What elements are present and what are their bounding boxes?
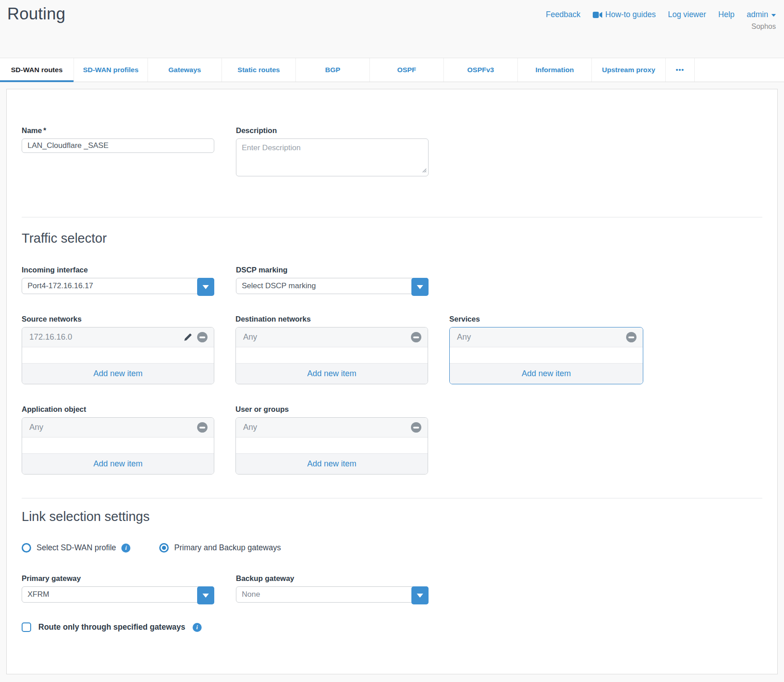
log-viewer-link[interactable]: Log viewer — [668, 10, 706, 19]
empty-list-area — [22, 438, 214, 453]
backup-gateway-value: None — [242, 590, 260, 599]
tab-sd-wan-routes[interactable]: SD-WAN routes — [0, 58, 74, 82]
chevron-down-icon[interactable] — [411, 586, 429, 604]
empty-list-area — [22, 347, 214, 363]
incoming-interface-select[interactable]: Port4-172.16.16.17 — [22, 278, 214, 294]
application-object-label: Application object — [22, 405, 214, 414]
remove-minus-icon[interactable] — [197, 422, 208, 433]
info-icon[interactable]: i — [193, 623, 202, 632]
remove-minus-icon[interactable] — [411, 422, 421, 433]
how-to-guides-link[interactable]: How-to guides — [593, 10, 656, 19]
edit-pencil-icon[interactable] — [183, 332, 193, 342]
chevron-down-icon[interactable] — [197, 586, 214, 604]
help-link[interactable]: Help — [718, 10, 734, 19]
dscp-marking-select[interactable]: Select DSCP marking — [236, 278, 429, 294]
incoming-interface-field-group: Incoming interface Port4-172.16.16.17 — [22, 266, 214, 294]
empty-list-area — [236, 438, 428, 453]
header-links: FeedbackHow-to guidesLog viewerHelpadmin — [546, 10, 776, 19]
application-object-add-new-item-link[interactable]: Add new item — [93, 459, 143, 469]
link-selection-heading: Link selection settings — [22, 509, 762, 524]
select-sd-wan-profile-option: Select SD-WAN profilei — [22, 543, 130, 553]
traffic-selector-heading: Traffic selector — [22, 231, 762, 246]
admin-menu[interactable]: admin — [747, 10, 776, 19]
select-sd-wan-profile-radio[interactable] — [22, 543, 31, 553]
add-row: Add new item — [236, 453, 428, 474]
list-item-value: 172.16.16.0 — [29, 332, 183, 342]
chevron-down-icon[interactable] — [411, 278, 429, 296]
link-selection-radios: Select SD-WAN profileiPrimary and Backup… — [22, 543, 762, 553]
feedback-link-label: Feedback — [546, 10, 581, 19]
feedback-link[interactable]: Feedback — [546, 10, 581, 19]
name-label: Name* — [22, 126, 214, 135]
user-or-groups-add-new-item-link[interactable]: Add new item — [307, 459, 356, 469]
list-item-actions — [411, 422, 421, 433]
tab-information[interactable]: Information — [518, 58, 592, 82]
remove-minus-icon[interactable] — [626, 332, 636, 342]
routing-tabbar: SD-WAN routesSD-WAN profilesGatewaysStat… — [0, 58, 784, 82]
chevron-down-icon[interactable] — [197, 278, 214, 296]
services-field-group: ServicesAnyAdd new item — [449, 315, 643, 384]
services-add-new-item-link[interactable]: Add new item — [521, 369, 571, 378]
destination-networks-field-group: Destination networksAnyAdd new item — [235, 315, 428, 384]
remove-minus-icon[interactable] — [411, 332, 421, 342]
user-or-groups-box: AnyAdd new item — [235, 417, 428, 475]
video-camera-icon — [593, 12, 602, 18]
empty-list-area — [450, 347, 643, 363]
routing-page: Routing FeedbackHow-to guidesLog viewerH… — [0, 0, 784, 682]
tab-more[interactable]: ••• — [666, 58, 695, 82]
source-networks-add-new-item-link[interactable]: Add new item — [93, 369, 143, 378]
page-title: Routing — [7, 5, 65, 58]
destination-networks-label: Destination networks — [235, 315, 428, 323]
empty-list-area — [236, 347, 428, 363]
info-icon[interactable]: i — [121, 544, 130, 553]
primary-and-backup-gateways-radio[interactable] — [159, 543, 169, 553]
remove-minus-icon[interactable] — [197, 332, 208, 342]
list-item: Any — [450, 327, 643, 347]
traffic-selector-boxes: Source networks172.16.16.0Add new itemDe… — [22, 315, 649, 475]
add-row: Add new item — [22, 453, 214, 474]
primary-and-backup-gateways-radio-label: Primary and Backup gateways — [174, 543, 281, 553]
route-only-row: Route only through specified gateways i — [22, 622, 762, 632]
dscp-marking-value: Select DSCP marking — [242, 281, 316, 290]
application-object-field-group: Application objectAnyAdd new item — [22, 405, 214, 475]
gateway-row: Primary gateway XFRM Backup gateway None — [22, 574, 762, 603]
tab-ospf[interactable]: OSPF — [370, 58, 444, 82]
header-right: FeedbackHow-to guidesLog viewerHelpadmin… — [546, 5, 776, 58]
description-textarea[interactable] — [236, 138, 429, 176]
how-to-guides-link-label: How-to guides — [605, 10, 656, 19]
primary-gateway-select[interactable]: XFRM — [22, 586, 214, 603]
destination-networks-add-new-item-link[interactable]: Add new item — [307, 369, 356, 378]
tab-gateways[interactable]: Gateways — [148, 58, 222, 82]
interface-dscp-row: Incoming interface Port4-172.16.16.17 DS… — [22, 266, 762, 294]
list-item-value: Any — [243, 332, 411, 342]
list-item-value: Any — [457, 332, 626, 342]
add-row: Add new item — [450, 363, 643, 384]
source-networks-box: 172.16.16.0Add new item — [22, 327, 214, 384]
name-description-row: Name* Description — [22, 126, 762, 178]
tab-upstream-proxy[interactable]: Upstream proxy — [592, 58, 666, 82]
primary-gateway-value: XFRM — [28, 590, 49, 599]
name-input[interactable] — [22, 138, 214, 153]
list-item-actions — [626, 332, 636, 342]
required-asterisk: * — [43, 126, 46, 134]
backup-gateway-select[interactable]: None — [236, 586, 429, 603]
dscp-marking-label: DSCP marking — [236, 266, 429, 274]
list-item-actions — [183, 332, 208, 342]
list-item: Any — [22, 418, 214, 438]
tab-bgp[interactable]: BGP — [296, 58, 370, 82]
services-label: Services — [449, 315, 643, 323]
add-row: Add new item — [22, 363, 214, 384]
add-row: Add new item — [236, 363, 428, 384]
tab-sd-wan-profiles[interactable]: SD-WAN profiles — [74, 58, 148, 82]
chevron-down-icon — [771, 14, 776, 17]
list-item: Any — [236, 327, 428, 347]
tab-static-routes[interactable]: Static routes — [222, 58, 296, 82]
select-sd-wan-profile-radio-label: Select SD-WAN profile — [37, 543, 116, 553]
resize-grip-icon[interactable] — [421, 166, 427, 175]
route-only-checkbox[interactable] — [22, 622, 31, 632]
description-field-group: Description — [236, 126, 429, 178]
user-or-groups-label: User or groups — [235, 405, 428, 414]
admin-menu-label: admin — [747, 10, 768, 19]
application-object-box: AnyAdd new item — [22, 417, 214, 475]
tab-ospfv3[interactable]: OSPFv3 — [444, 58, 518, 82]
